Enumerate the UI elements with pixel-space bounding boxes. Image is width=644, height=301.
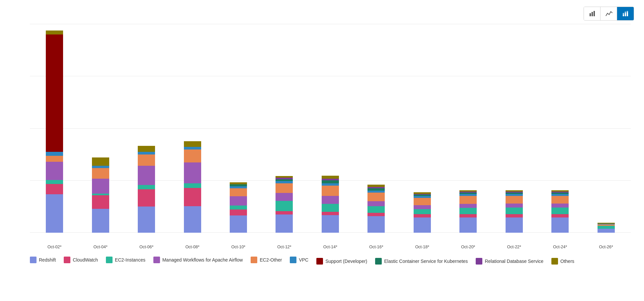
bar-segment-vpc <box>138 152 155 154</box>
legend-item: VPC <box>290 255 308 265</box>
legend-swatch <box>106 257 113 263</box>
legend-item: Elastic Container Service for Kubernetes <box>375 258 468 265</box>
bar-stack <box>598 223 615 233</box>
bar-chart-icon <box>589 10 596 17</box>
bar-stack <box>92 157 109 233</box>
svg-rect-1 <box>592 12 593 16</box>
bar-segment-redshift <box>414 217 431 233</box>
bar-segment-ec2-instances <box>551 208 569 214</box>
bar-stack <box>184 141 201 233</box>
bar-segment-managedworkflows <box>551 204 569 208</box>
x-label: Oct-10* <box>227 243 250 249</box>
bar-group <box>456 190 480 233</box>
bar-group <box>411 192 434 233</box>
svg-rect-6 <box>625 12 626 13</box>
bars-container <box>30 24 631 233</box>
svg-rect-4 <box>623 13 624 15</box>
bar-chart-button[interactable] <box>584 7 601 20</box>
bar-segment-vpc <box>184 147 201 150</box>
x-label: Oct-18* <box>411 243 434 249</box>
bar-segment-ec2-other <box>276 183 293 193</box>
line-chart-button[interactable] <box>601 7 617 20</box>
bar-segment-supportdeveloper <box>46 34 63 152</box>
bar-segment-vpc <box>46 152 63 156</box>
bar-segment-ec2-other <box>367 193 385 201</box>
bar-segment-cloudwatch <box>230 210 247 215</box>
bar-stack <box>551 190 569 233</box>
bar-segment-vpc <box>322 183 339 186</box>
x-label: Oct-12* <box>273 243 296 249</box>
bar-segment-ec2-other <box>414 198 431 205</box>
bar-stack <box>230 182 247 233</box>
bar-stack <box>459 190 477 233</box>
legend-item: Redshift <box>30 255 56 265</box>
legend-item: Others <box>551 258 574 265</box>
bar-stack <box>322 176 339 233</box>
x-label: Oct-14* <box>319 243 342 249</box>
legend-label: Support (Developer) <box>325 259 367 264</box>
bar-segment-others <box>138 146 155 152</box>
bar-segment-others <box>322 176 339 179</box>
bar-stack <box>414 192 431 233</box>
bar-group <box>595 223 618 233</box>
bar-segment-redshift <box>46 194 63 233</box>
x-label: Oct-02* <box>43 243 66 249</box>
bar-segment-redshift <box>184 206 201 233</box>
bar-segment-cloudwatch <box>322 212 339 215</box>
bar-segment-managedworkflows <box>46 162 63 180</box>
legend-item: EC2-Instances <box>106 255 145 265</box>
bar-group <box>319 176 342 233</box>
bar-group <box>273 176 296 233</box>
legend-swatch <box>290 257 296 263</box>
bar-segment-elasticcontainerservice <box>367 188 385 191</box>
legend-swatch <box>64 257 70 263</box>
bar-segment-ec2-other <box>230 188 247 196</box>
bar-segment-ec2-other <box>506 196 523 204</box>
chart-header <box>10 7 634 21</box>
svg-rect-5 <box>625 13 626 16</box>
bar-segment-cloudwatch <box>459 214 477 217</box>
bar-group <box>503 190 526 233</box>
bar-segment-ec2-other <box>459 196 477 204</box>
legend-label: CloudWatch <box>73 257 98 263</box>
bar-segment-cloudwatch <box>184 188 201 206</box>
bar-segment-ec2-instances <box>414 209 431 214</box>
bar-segment-cloudwatch <box>276 211 293 214</box>
legend-label: EC2-Other <box>260 257 282 263</box>
bar-group <box>43 30 66 233</box>
legend-label: Relational Database Service <box>485 259 543 264</box>
bar-segment-vpc <box>276 181 293 183</box>
legend-swatch <box>30 257 37 263</box>
bar-segment-redshift <box>138 207 155 233</box>
bar-segment-ec2-instances <box>459 208 477 214</box>
legend-label: EC2-Instances <box>115 257 145 263</box>
bar-segment-others <box>367 185 385 187</box>
legend-swatch <box>551 258 558 265</box>
bar-segment-ec2-other <box>184 150 201 162</box>
bar-segment-redshift <box>367 216 385 233</box>
bar-segment-redshift <box>551 217 569 233</box>
bar-group <box>364 185 388 233</box>
line-chart-icon <box>605 10 612 17</box>
stacked-bar-chart-button[interactable] <box>617 7 634 20</box>
bar-segment-cloudwatch <box>551 214 569 217</box>
bar-segment-managedworkflows <box>367 201 385 206</box>
bar-stack <box>276 176 293 233</box>
bar-segment-ec2-other <box>322 186 339 196</box>
bar-group <box>135 146 158 233</box>
bar-segment-ec2-instances <box>598 226 615 229</box>
x-axis: Oct-02*Oct-04*Oct-06*Oct-08*Oct-10*Oct-1… <box>30 243 631 249</box>
x-label: Oct-22* <box>503 243 526 249</box>
legend-swatch <box>153 257 160 263</box>
bar-segment-others <box>92 157 109 166</box>
legend-item: Relational Database Service <box>476 258 543 265</box>
x-label: Oct-08* <box>181 243 204 249</box>
bar-segment-managedworkflows <box>92 179 109 194</box>
bar-segment-ec2-instances <box>184 183 201 188</box>
bar-segment-cloudwatch <box>414 214 431 217</box>
svg-rect-0 <box>590 13 591 16</box>
legend-item: CloudWatch <box>64 255 98 265</box>
svg-rect-2 <box>594 11 595 16</box>
bar-segment-elasticcontainerservice <box>322 180 339 183</box>
bar-segment-ec2-other <box>551 196 569 204</box>
